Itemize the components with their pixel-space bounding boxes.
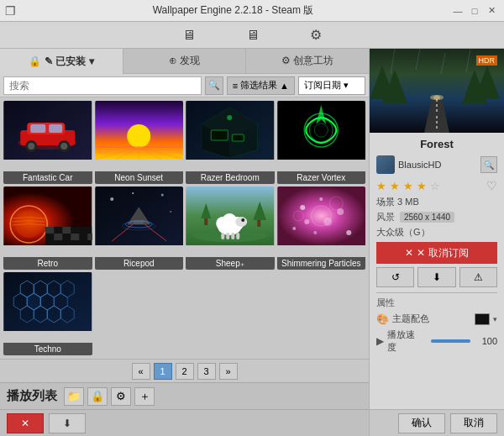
svg-point-77 [304,219,309,224]
confirm-button[interactable]: 确认 [398,413,445,433]
confirm-bar: 确认 取消 [370,409,504,436]
theme-color-row: 🎨 主题配色 ▾ [376,313,497,325]
svg-rect-37 [45,227,54,234]
unsubscribe-button[interactable]: ✕ ✕ 取消订阅 [376,242,497,264]
resolution-row: 风景 2560 x 1440 [376,211,497,223]
speed-slider[interactable] [431,339,471,343]
tab-discover[interactable]: ⊕ 发现 [123,49,247,74]
preview-image: HDR [370,49,504,133]
svg-point-11 [127,124,150,148]
properties-section: 属性 🎨 主题配色 ▾ ▶ 播放速度 100 [376,292,497,354]
svg-point-27 [227,115,232,120]
palette-icon: 🎨 [376,313,389,325]
pagination-next[interactable]: » [219,363,238,380]
svg-rect-38 [62,227,71,234]
svg-rect-68 [257,220,260,227]
nav-settings-icon[interactable]: ⚙ [310,27,322,43]
list-item[interactable]: Retro [3,186,92,270]
sort-dropdown[interactable]: 订阅日期 ▾ [298,76,365,95]
svg-rect-62 [226,233,229,239]
pagination-page-1[interactable]: 1 [154,363,172,380]
save-button[interactable]: ⬇ [417,267,455,287]
action-row: ↺ ⬇ ⚠ [376,267,497,287]
color-picker-box[interactable] [475,313,490,325]
playlist-label: 播放列表 [7,388,57,404]
playlist-add-button[interactable]: ＋ [134,387,155,406]
star-3: ★ [403,180,413,192]
list-item[interactable]: Techno [3,272,92,355]
chevron-down-icon: ▾ [344,80,349,91]
top-nav: 🖥 🖥 ⚙ [0,22,504,49]
nav-monitor-icon[interactable]: 🖥 [182,28,196,43]
download-icon: ⬇ [63,418,71,429]
star-5: ☆ [430,180,440,192]
svg-rect-26 [232,134,244,141]
wallpaper-title: Forest [376,138,497,150]
search-bar: 🔍 ≡ 筛选结果 ▲ 订阅日期 ▾ [0,74,369,97]
playlist-lock-button[interactable]: 🔒 [87,387,108,406]
pagination-prev[interactable]: « [132,363,150,380]
cancel-button[interactable]: 取消 [450,413,497,433]
dropdown-arrow-icon: ▾ [493,315,497,323]
tab-workshop[interactable]: ⚙ 创意工坊 [246,49,369,74]
svg-rect-41 [87,234,92,240]
title-bar: ❐ Wallpaper Engine 2.2.18 - Steam 版 — □ … [0,0,504,22]
tab-installed[interactable]: 🔒 ✎ 已安装 ▾ [0,49,123,74]
svg-rect-64 [236,233,239,239]
playback-speed-label: 播放速度 [387,328,428,354]
wallpaper-label: Shimmering Particles [277,257,366,270]
theme-color-label: 主题配色 [392,313,471,325]
play-icon: ▶ [376,335,384,347]
author-search-button[interactable]: 🔍 [480,156,497,173]
delete-icon: ✕ [21,418,29,429]
svg-rect-25 [211,130,228,140]
warning-button[interactable]: ⚠ [459,267,497,287]
left-panel: 🔒 ✎ 已安装 ▾ ⊕ 发现 ⚙ 创意工坊 🔍 ≡ 筛选结果 ▲ 订阅日期 ▾ [0,49,370,436]
wallpaper-label: Techno [3,343,92,355]
wallpaper-grid: Fantastic Car Neon S [0,97,369,359]
playback-speed-row: ▶ 播放速度 100 [376,328,497,354]
wallpaper-label: Fantastic Car [3,171,92,184]
delete-button[interactable]: ✕ [7,413,44,433]
maximize-button[interactable]: □ [467,3,482,18]
lock-icon: 🔒 [29,55,41,67]
pagination-page-2[interactable]: 2 [176,363,194,380]
list-item[interactable]: Razer Bedroom [186,101,275,184]
app-icon: ❐ [5,4,16,18]
search-button[interactable]: 🔍 [205,76,223,95]
author-name: BlausicHD [398,160,477,170]
playlist-settings-button[interactable]: ⚙ [111,387,131,406]
filter-button[interactable]: ≡ 筛选结果 ▲ [227,76,295,95]
nav-display-icon[interactable]: 🖥 [246,28,260,43]
svg-point-9 [60,143,67,150]
star-1: ★ [376,180,386,192]
filter-up-icon: ▲ [280,81,289,91]
wallpaper-label: Retro [3,257,92,270]
close-button[interactable]: ✕ [484,3,499,18]
preview-overlay: HDR [476,55,498,66]
pagination-page-3[interactable]: 3 [197,363,216,380]
search-input[interactable] [3,76,202,95]
list-item[interactable]: Shimmering Particles [277,186,366,270]
list-item[interactable]: Sheep₊ [186,186,275,270]
list-item[interactable]: Razer Vortex [277,101,366,184]
resolution-label: 风景 [376,211,395,223]
svg-rect-63 [231,233,234,239]
heart-button[interactable]: ♡ [486,179,497,192]
speed-value: 100 [474,336,497,346]
unsubscribe-icon: ✕ [405,247,413,259]
file-size-row: 场景 3 MB [376,196,497,208]
list-item[interactable]: Neon Sunset [95,101,184,184]
properties-title: 属性 [376,297,497,309]
list-item[interactable]: Ricepod [95,186,184,270]
wallpaper-label: Razer Bedroom [186,171,275,184]
file-size-value: 场景 3 MB [376,196,419,208]
svg-rect-4 [30,124,45,133]
playlist-folder-button[interactable]: 📁 [64,387,84,406]
svg-point-60 [241,218,244,222]
refresh-button[interactable]: ↺ [376,267,414,287]
avatar [376,155,395,174]
list-item[interactable]: Fantastic Car [3,101,92,184]
minimize-button[interactable]: — [450,3,465,18]
download-button[interactable]: ⬇ [49,413,86,433]
